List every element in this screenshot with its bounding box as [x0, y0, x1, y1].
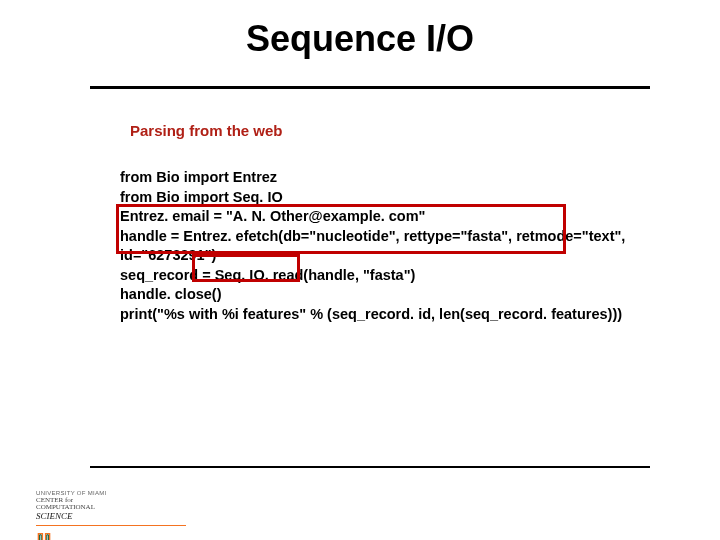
u-logo — [36, 532, 186, 540]
highlight-box-1 — [116, 204, 566, 254]
footer-orange-line — [36, 525, 186, 526]
footer-branding: UNIVERSITY OF MIAMI CENTER for COMPUTATI… — [36, 490, 186, 540]
footer-rule — [90, 466, 650, 468]
umiami-icon — [36, 532, 52, 540]
title-underline — [90, 86, 650, 89]
highlight-box-2 — [192, 254, 300, 282]
footer-univ: UNIVERSITY OF MIAMI — [36, 490, 107, 496]
footer-line3: SCIENCE — [36, 511, 73, 521]
slide-title: Sequence I/O — [246, 18, 474, 60]
slide-subtitle: Parsing from the web — [130, 122, 283, 139]
